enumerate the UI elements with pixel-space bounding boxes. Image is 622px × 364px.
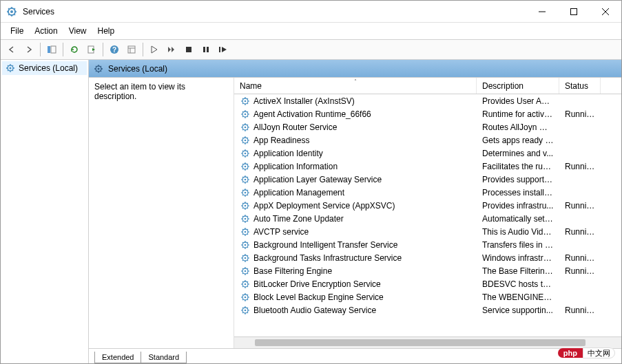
cell-description: This is Audio Vide... [477,227,559,237]
service-icon [240,213,251,224]
refresh-button[interactable] [66,41,83,58]
menu-help[interactable]: Help [92,24,121,38]
service-icon [240,135,251,146]
service-icon [240,109,251,120]
service-row[interactable]: AVCTP serviceThis is Audio Vide...Runnin… [234,225,621,238]
help-button[interactable]: ? [106,41,123,58]
gear-icon [5,63,16,74]
service-list[interactable]: ActiveX Installer (AxInstSV)Provides Use… [234,94,621,336]
service-name: Background Intelligent Transfer Service [253,240,397,250]
cell-name: ActiveX Installer (AxInstSV) [234,96,477,107]
cell-description: Runtime for activa... [477,109,559,119]
svg-point-21 [98,67,100,69]
properties-button[interactable] [123,41,140,58]
service-name: AVCTP service [253,227,309,237]
svg-point-51 [245,283,247,285]
cell-name: Base Filtering Engine [234,266,477,277]
show-hide-tree-button[interactable] [43,41,60,58]
view-tabs: Extended Standard [89,348,621,363]
service-row[interactable]: Background Intelligent Transfer ServiceT… [234,238,621,251]
svg-point-1 [10,10,13,13]
svg-point-37 [245,191,247,193]
service-icon [240,200,251,211]
service-row[interactable]: Auto Time Zone UpdaterAutomatically sets… [234,212,621,225]
start-button[interactable] [146,41,163,58]
export-button[interactable] [83,41,100,58]
svg-point-33 [245,165,247,167]
column-description[interactable]: Description [477,78,559,94]
cell-description: BDESVC hosts the ... [477,279,559,289]
cell-name: Background Tasks Infrastructure Service [234,253,477,264]
service-row[interactable]: ActiveX Installer (AxInstSV)Provides Use… [234,94,621,107]
start-all-button[interactable] [163,41,180,58]
tab-standard[interactable]: Standard [141,352,187,363]
svg-rect-11 [128,46,135,53]
svg-point-35 [245,178,247,180]
service-icon [240,226,251,237]
forward-button[interactable] [21,41,37,58]
service-row[interactable]: Base Filtering EngineThe Base Filtering … [234,264,621,277]
cell-description: Routes AllJoyn me... [477,122,559,132]
service-row[interactable]: BitLocker Drive Encryption ServiceBDESVC… [234,277,621,290]
cell-name: Bluetooth Audio Gateway Service [234,305,477,316]
column-headers: Name ˄ Description Status [234,78,621,94]
service-row[interactable]: Application IdentityDetermines and v... [234,147,621,160]
pane-header: Services (Local) [89,60,621,78]
separator [40,43,41,56]
service-row[interactable]: Application ManagementProcesses installa… [234,186,621,199]
svg-point-23 [245,100,247,102]
service-row[interactable]: AllJoyn Router ServiceRoutes AllJoyn me.… [234,120,621,133]
stop-button[interactable] [180,41,197,58]
cell-description: Windows infrastru... [477,253,559,263]
service-icon [240,279,251,290]
cell-description: Automatically sets... [477,214,559,224]
maximize-button[interactable] [558,1,590,23]
cell-name: Auto Time Zone Updater [234,213,477,224]
service-name: ActiveX Installer (AxInstSV) [253,96,355,106]
scrollbar-thumb[interactable] [255,339,585,346]
content-row: Select an item to view its description. … [89,78,621,348]
service-row[interactable]: Application InformationFacilitates the r… [234,160,621,173]
cell-description: The WBENGINE se... [477,292,559,302]
service-icon [240,292,251,303]
cell-name: AVCTP service [234,226,477,237]
close-button[interactable] [590,1,621,23]
pause-button[interactable] [198,41,214,58]
service-row[interactable]: Bluetooth Audio Gateway ServiceService s… [234,303,621,317]
body: Services (Local) Services (Local) Select… [1,60,621,363]
column-status[interactable]: Status [559,78,601,94]
cell-name: BitLocker Drive Encryption Service [234,279,477,290]
service-row[interactable]: Background Tasks Infrastructure ServiceW… [234,251,621,264]
service-row[interactable]: Block Level Backup Engine ServiceThe WBE… [234,290,621,303]
restart-button[interactable] [215,41,231,58]
service-row[interactable]: Application Layer Gateway ServiceProvide… [234,173,621,186]
app-icon [6,6,17,17]
service-icon [240,239,251,250]
column-name[interactable]: Name ˄ [234,78,477,94]
svg-point-55 [245,309,247,311]
svg-rect-15 [203,47,205,52]
svg-point-29 [245,139,247,141]
cell-description: Service supportin... [477,306,559,315]
service-row[interactable]: AppX Deployment Service (AppXSVC)Provide… [234,199,621,212]
service-icon [240,122,251,133]
svg-point-49 [245,270,247,272]
service-icon [240,161,251,172]
menu-view[interactable]: View [63,24,92,38]
service-row[interactable]: App ReadinessGets apps ready fo... [234,133,621,147]
separator [103,43,103,56]
service-icon [240,187,251,198]
back-button[interactable] [3,41,20,58]
cell-name: Application Identity [234,148,477,159]
cell-name: Block Level Backup Engine Service [234,292,477,303]
tree-item-services-local[interactable]: Services (Local) [2,61,87,75]
cell-name: Application Information [234,161,477,172]
service-icon [240,305,251,316]
tab-extended[interactable]: Extended [94,352,141,363]
menu-action[interactable]: Action [29,24,63,38]
service-row[interactable]: Agent Activation Runtime_66f66Runtime fo… [234,107,621,120]
pane-header-title: Services (Local) [108,64,167,74]
cell-status: Running [559,266,601,276]
minimize-button[interactable] [526,1,558,23]
menu-file[interactable]: File [5,24,29,38]
